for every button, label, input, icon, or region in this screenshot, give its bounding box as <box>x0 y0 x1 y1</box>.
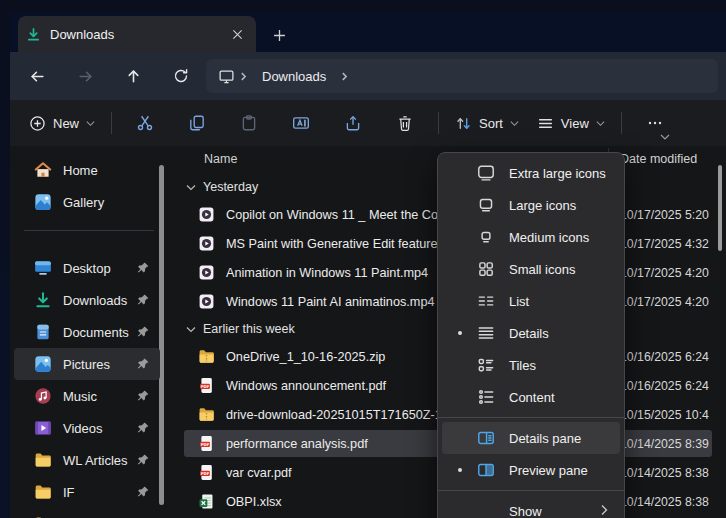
sidebar-item-wl-articles[interactable]: WL Articles <box>14 444 160 476</box>
details-icon <box>476 323 496 343</box>
menu-item-label: Small icons <box>509 262 575 277</box>
up-button[interactable] <box>116 60 150 92</box>
pin-icon <box>136 356 150 370</box>
home-icon <box>34 161 52 179</box>
file-name: Animation in Windows 11 Paint.mp4 <box>226 266 428 280</box>
refresh-button[interactable] <box>164 60 198 92</box>
menu-item-details[interactable]: Details <box>442 317 620 349</box>
sidebar-item-documents[interactable]: Documents <box>14 316 160 348</box>
view-button[interactable]: View <box>528 106 614 140</box>
more-options-button[interactable] <box>629 106 681 140</box>
pin-icon <box>136 452 150 466</box>
menu-item-small-icons[interactable]: Small icons <box>442 253 620 285</box>
sort-direction-chevron-icon <box>660 134 670 140</box>
file-name: drive-download-20251015T171650Z-1-001. <box>226 408 471 422</box>
back-button[interactable] <box>20 60 54 92</box>
menu-item-label: Tiles <box>509 358 536 373</box>
video-file-icon <box>198 206 215 223</box>
details-pane-icon <box>476 428 496 448</box>
paste-button[interactable] <box>223 106 275 140</box>
file-date-modified: 10/14/2025 8:38 <box>620 495 709 509</box>
menu-item-list[interactable]: List <box>442 285 620 317</box>
sidebar-item-label: Documents <box>63 325 129 340</box>
explorer-window: Downloads Downloads <box>10 12 726 518</box>
file-name: Windows announcement.pdf <box>226 379 386 393</box>
sidebar-item-home[interactable]: Home <box>14 154 160 186</box>
menu-item-show[interactable]: Show <box>442 495 620 518</box>
sidebar-item-gallery[interactable]: Gallery <box>14 186 160 218</box>
small-icons-icon <box>476 259 496 279</box>
rename-button[interactable] <box>275 106 327 140</box>
pdf-file-icon: PDF <box>198 377 215 394</box>
file-date-modified: 10/17/2025 4:20 <box>620 266 709 280</box>
music-icon <box>34 387 52 405</box>
menu-item-details-pane[interactable]: Details pane <box>442 422 620 454</box>
breadcrumb-chevron-icon[interactable] <box>340 72 349 81</box>
file-date-modified: 10/15/2025 10:4 <box>620 408 709 422</box>
view-menu: Extra large iconsLarge iconsMedium icons… <box>437 152 625 518</box>
new-tab-button[interactable] <box>266 22 292 48</box>
sidebar-item-desktop[interactable]: Desktop <box>14 252 160 284</box>
sidebar-item-label: Home <box>63 163 98 178</box>
address-bar[interactable]: Downloads <box>206 59 718 93</box>
menu-item-content[interactable]: Content <box>442 381 620 413</box>
breadcrumb-location[interactable]: Downloads <box>262 69 326 84</box>
column-header-date-modified[interactable]: Date modified <box>620 152 697 166</box>
file-name: OBPI.xlsx <box>226 495 282 509</box>
pdf-file-icon: PDF <box>198 435 215 452</box>
this-pc-icon <box>218 68 235 85</box>
command-toolbar: New Sort <box>10 100 726 146</box>
new-button-label: New <box>53 116 79 131</box>
group-label: Yesterday <box>203 180 258 194</box>
menu-item-preview-pane[interactable]: Preview pane <box>442 454 620 486</box>
menu-item-label: Preview pane <box>509 463 588 478</box>
chevron-down-icon <box>510 119 519 128</box>
sidebar: HomeGalleryDesktopDownloadsDocumentsPict… <box>10 146 172 518</box>
chevron-down-icon <box>86 119 95 128</box>
tab-downloads[interactable]: Downloads <box>18 16 256 52</box>
file-date-modified: 10/17/2025 4:32 <box>620 237 709 251</box>
folder-icon <box>34 451 52 469</box>
svg-text:PDF: PDF <box>201 442 210 447</box>
menu-icon-spacer <box>476 501 496 518</box>
file-list-scrollbar[interactable] <box>718 165 722 251</box>
toolbar-divider <box>438 112 439 134</box>
sidebar-item-if[interactable]: IF <box>14 476 160 508</box>
file-name: MS Paint with Generative Edit feature.mp… <box>226 237 466 251</box>
sidebar-item-label: Videos <box>63 421 103 436</box>
forward-button[interactable] <box>68 60 102 92</box>
desktop-icon <box>34 259 52 277</box>
menu-item-extra-large-icons[interactable]: Extra large icons <box>442 157 620 189</box>
tab-close-icon[interactable] <box>226 23 248 45</box>
new-button[interactable]: New <box>20 106 104 140</box>
sidebar-item-music[interactable]: Music <box>14 380 160 412</box>
chevron-right-icon <box>600 504 608 516</box>
share-button[interactable] <box>327 106 379 140</box>
chevron-down-icon <box>186 184 196 191</box>
sidebar-item-videos[interactable]: Videos <box>14 412 160 444</box>
column-header-name[interactable]: Name <box>204 152 237 166</box>
delete-button[interactable] <box>379 106 431 140</box>
menu-item-label: Details <box>509 326 549 341</box>
plus-circle-icon <box>29 115 46 132</box>
sidebar-item-screenshots[interactable]: Screenshots <box>14 508 160 518</box>
file-date-modified: 10/17/2025 5:20 <box>620 208 709 222</box>
copy-button[interactable] <box>171 106 223 140</box>
menu-item-label: Details pane <box>509 431 581 446</box>
preview-pane-icon <box>476 460 496 480</box>
svg-text:PDF: PDF <box>201 471 210 476</box>
menu-item-tiles[interactable]: Tiles <box>442 349 620 381</box>
menu-item-medium-icons[interactable]: Medium icons <box>442 221 620 253</box>
menu-item-large-icons[interactable]: Large icons <box>442 189 620 221</box>
sidebar-item-downloads[interactable]: Downloads <box>14 284 160 316</box>
pin-icon <box>136 420 150 434</box>
file-name: OneDrive_1_10-16-2025.zip <box>226 350 385 364</box>
zip-file-icon <box>198 406 215 423</box>
sidebar-item-pictures[interactable]: Pictures <box>14 348 160 380</box>
file-date-modified: 10/16/2025 6:24 <box>620 379 709 393</box>
menu-item-label: List <box>509 294 529 309</box>
file-date-modified: 10/17/2025 4:20 <box>620 295 709 309</box>
sidebar-item-label: Desktop <box>63 261 111 276</box>
sort-button[interactable]: Sort <box>446 106 528 140</box>
cut-button[interactable] <box>119 106 171 140</box>
